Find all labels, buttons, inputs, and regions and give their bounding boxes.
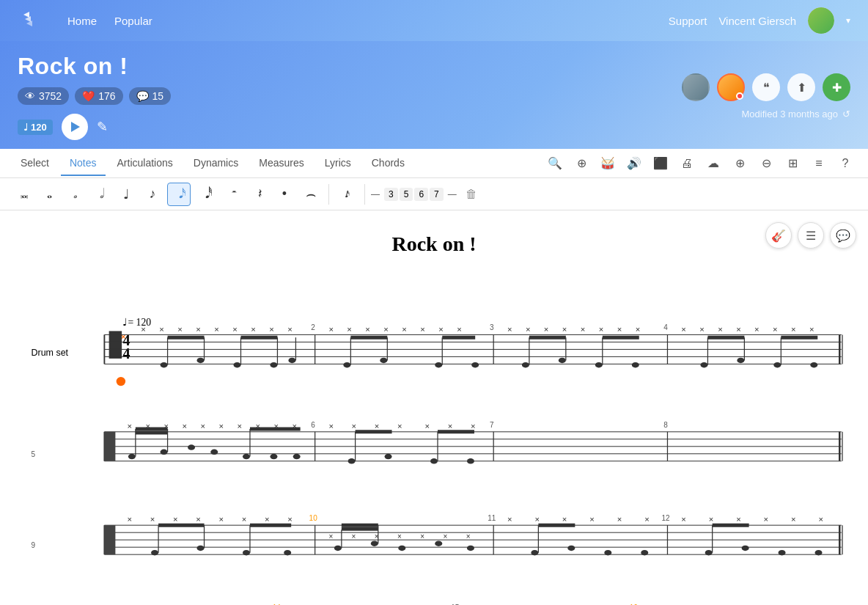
svg-text:2: 2	[311, 323, 315, 331]
notation-area[interactable]: ♩= 120 × Drum set 4 4	[15, 278, 853, 605]
svg-text:×: ×	[347, 325, 352, 334]
comments-badge[interactable]: 💬 15	[129, 87, 172, 105]
comments-icon: 💬	[136, 90, 149, 102]
cloud-tool[interactable]: ☁	[702, 153, 724, 175]
svg-rect-3	[109, 331, 122, 358]
svg-text:×: ×	[425, 422, 430, 430]
zoom-minus-tool[interactable]: ⊖	[755, 153, 777, 175]
svg-point-53	[435, 362, 442, 367]
nav-dropdown-icon[interactable]: ▾	[846, 15, 850, 26]
share-button[interactable]: ⬆	[787, 73, 815, 101]
svg-text:×: ×	[644, 515, 650, 524]
help-tool[interactable]: ?	[834, 153, 856, 175]
delete-note-button[interactable]: 🗑	[466, 188, 477, 201]
tuplet-3[interactable]: 3	[384, 188, 398, 201]
svg-text:3: 3	[490, 323, 494, 331]
note-rest-1[interactable]: 𝄼	[220, 183, 243, 206]
tab-select[interactable]: Select	[12, 151, 58, 176]
nav-user-name[interactable]: Vincent Giersch	[718, 15, 796, 27]
svg-point-206	[641, 550, 648, 555]
quote-button[interactable]: ❝	[752, 73, 780, 101]
svg-text:×: ×	[196, 515, 201, 524]
note-dot[interactable]: •	[273, 183, 296, 206]
logo[interactable]	[18, 7, 44, 34]
edit-icon[interactable]: ✎	[97, 119, 108, 135]
svg-point-35	[288, 358, 295, 363]
svg-text:×: ×	[251, 325, 256, 334]
note-3[interactable]: 𝅗	[62, 183, 85, 206]
note-rest-2[interactable]: 𝄽	[246, 183, 270, 206]
screen-tool[interactable]: ⬛	[650, 153, 672, 175]
note-6[interactable]: ♪	[141, 183, 164, 206]
modified-info: Modified 3 months ago ↺	[741, 109, 850, 120]
note-4[interactable]: 𝅗𝅥	[88, 183, 111, 206]
likes-badge[interactable]: ❤️ 176	[75, 87, 122, 105]
list-icon[interactable]: ☰	[798, 222, 824, 249]
svg-text:×: ×	[365, 325, 370, 334]
zoom-in-tool[interactable]: ⊕	[570, 153, 592, 175]
svg-text:×: ×	[150, 515, 155, 524]
audio-tool[interactable]: 🔊	[623, 153, 645, 175]
svg-text:8: 8	[663, 421, 668, 429]
tuplet-6[interactable]: 6	[414, 188, 428, 201]
tab-measures[interactable]: Measures	[250, 151, 312, 176]
svg-text:×: ×	[287, 515, 293, 524]
svg-text:×: ×	[196, 325, 201, 334]
sheet-music-svg: ♩= 120 × Drum set 4 4	[22, 278, 846, 605]
svg-point-54	[471, 362, 479, 367]
svg-text:×: ×	[375, 422, 380, 430]
play-button[interactable]	[62, 114, 88, 140]
svg-text:Drum set: Drum set	[31, 348, 68, 358]
tab-dynamics[interactable]: Dynamics	[185, 151, 247, 176]
chat-icon[interactable]: 💬	[830, 222, 856, 249]
collaborator-avatar-2[interactable]	[717, 73, 745, 101]
svg-text:×: ×	[589, 515, 595, 524]
sep-2	[364, 184, 365, 205]
svg-text:×: ×	[328, 422, 334, 430]
tab-lyrics[interactable]: Lyrics	[316, 151, 360, 176]
song-actions: ❝ ⬆ ✚	[682, 73, 850, 101]
svg-point-190	[398, 546, 405, 551]
search-tool[interactable]: 🔍	[544, 153, 566, 175]
lines-tool[interactable]: ≡	[808, 153, 830, 175]
svg-point-31	[161, 362, 168, 367]
grid-tool[interactable]: ⊞	[781, 153, 803, 175]
drum-tool[interactable]: 🥁	[597, 153, 619, 175]
note-2[interactable]: 𝅝	[35, 183, 59, 206]
tab-chords[interactable]: Chords	[363, 151, 413, 176]
svg-point-140	[348, 458, 356, 463]
tab-articulations[interactable]: Articulations	[108, 151, 182, 176]
svg-text:×: ×	[269, 325, 274, 334]
floating-actions: 🎸 ☰ 💬	[765, 222, 856, 249]
nav-popular[interactable]: Popular	[114, 15, 152, 27]
collaborator-avatar-1[interactable]	[682, 73, 710, 101]
note-tie[interactable]: ⌢	[299, 183, 323, 206]
note-1[interactable]: 𝅜	[9, 183, 32, 206]
nav-support-link[interactable]: Support	[669, 15, 707, 27]
note-5[interactable]: ♩	[114, 183, 138, 206]
history-icon[interactable]: ↺	[842, 109, 850, 120]
nav-avatar[interactable]	[808, 7, 834, 34]
svg-point-172	[151, 550, 158, 555]
nav-home[interactable]: Home	[67, 15, 97, 27]
svg-rect-109	[104, 432, 115, 461]
tab-notes[interactable]: Notes	[61, 151, 106, 176]
svg-text:×: ×	[681, 515, 686, 524]
svg-point-215	[705, 550, 713, 555]
zoom-plus-tool[interactable]: ⊕	[729, 153, 751, 175]
print-tool[interactable]: 🖨	[676, 153, 698, 175]
note-grace[interactable]: 𝅘𝅥𝅯/	[335, 183, 358, 206]
svg-point-203	[531, 550, 538, 555]
instrument-icon[interactable]: 🎸	[765, 222, 792, 249]
tuplet-5[interactable]: 5	[400, 188, 413, 201]
tuplet-end: —	[448, 189, 457, 199]
tuplet-7[interactable]: 7	[430, 188, 444, 201]
svg-text:×: ×	[420, 532, 424, 540]
svg-point-204	[567, 546, 575, 551]
svg-text:×: ×	[420, 325, 425, 334]
svg-text:×: ×	[128, 515, 133, 524]
svg-text:6: 6	[311, 421, 315, 429]
add-button[interactable]: ✚	[823, 73, 850, 101]
note-7[interactable]: 𝅘𝅥𝅯	[167, 183, 191, 206]
note-8[interactable]: 𝅘𝅥𝅰	[194, 183, 217, 206]
